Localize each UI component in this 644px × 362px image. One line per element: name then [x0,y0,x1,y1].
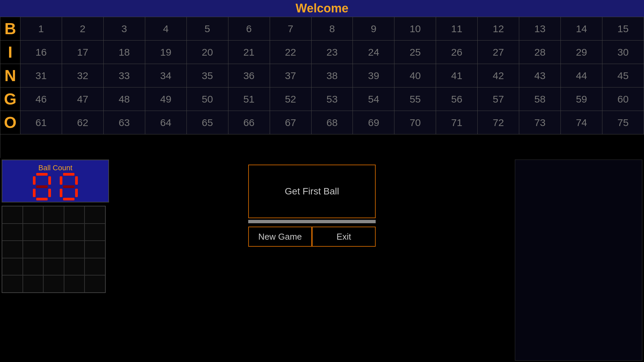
cell-20: 20 [187,41,228,64]
cell-6: 6 [228,17,270,41]
page-title: Welcome [296,1,348,15]
mini-cell [23,241,44,258]
cell-8: 8 [312,17,353,41]
cell-48: 48 [104,87,145,111]
cell-71: 71 [436,111,478,134]
cell-70: 70 [394,111,436,134]
mini-cell [85,206,105,224]
cell-14: 14 [561,17,602,41]
cell-65: 65 [187,111,228,134]
cell-23: 23 [312,41,353,64]
cell-66: 66 [228,111,270,134]
mini-cell [43,206,64,224]
cell-25: 25 [394,41,436,64]
cell-29: 29 [561,41,602,64]
cell-21: 21 [228,41,270,64]
mini-cell [43,275,64,293]
cell-67: 67 [270,111,312,134]
right-panel [515,160,642,361]
cell-36: 36 [228,64,270,87]
ball-count-label: Ball Count [7,164,103,172]
cell-15: 15 [602,17,644,41]
cell-75: 75 [602,111,644,134]
mini-cell [23,258,44,276]
letter-g: G [0,87,20,111]
exit-button[interactable]: Exit [312,227,376,247]
cell-2: 2 [62,17,104,41]
digit-2 [57,175,80,198]
cell-10: 10 [394,17,436,41]
new-game-button[interactable]: New Game [248,227,312,247]
cell-38: 38 [312,64,353,87]
cell-55: 55 [394,87,436,111]
cell-69: 69 [353,111,394,134]
cell-40: 40 [394,64,436,87]
mini-cell [23,206,44,224]
cell-24: 24 [353,41,394,64]
cell-72: 72 [478,111,519,134]
cell-43: 43 [519,64,561,87]
cell-4: 4 [145,17,187,41]
cell-22: 22 [270,41,312,64]
cell-45: 45 [602,64,644,87]
mini-cell [2,275,23,293]
cell-17: 17 [62,41,104,64]
cell-74: 74 [561,111,602,134]
letter-b: B [0,17,20,41]
cell-31: 31 [20,64,62,87]
letter-i: I [0,41,20,64]
mini-cell [85,258,105,276]
cell-64: 64 [145,111,187,134]
mini-cell [2,206,23,224]
mini-cell [64,224,85,241]
mini-bingo-card [2,206,106,293]
cell-42: 42 [478,64,519,87]
cell-26: 26 [436,41,478,64]
cell-34: 34 [145,64,187,87]
cell-3: 3 [104,17,145,41]
cell-73: 73 [519,111,561,134]
cell-58: 58 [519,87,561,111]
cell-44: 44 [561,64,602,87]
cell-9: 9 [353,17,394,41]
cell-51: 51 [228,87,270,111]
cell-12: 12 [478,17,519,41]
cell-11: 11 [436,17,478,41]
mini-cell [2,241,23,258]
cell-49: 49 [145,87,187,111]
cell-47: 47 [62,87,104,111]
left-panel: Ball Count [0,158,111,362]
mini-cell [85,224,105,241]
mini-cell [64,206,85,224]
cell-53: 53 [312,87,353,111]
cell-39: 39 [353,64,394,87]
cell-62: 62 [62,111,104,134]
digit-display [7,175,103,198]
cell-28: 28 [519,41,561,64]
cell-52: 52 [270,87,312,111]
cell-35: 35 [187,64,228,87]
action-buttons: New Game Exit [248,227,376,247]
mini-cell [23,275,44,293]
progress-bar [248,220,376,223]
get-first-ball-button[interactable]: Get First Ball [248,165,376,218]
mini-cell [64,258,85,276]
mini-cell [2,224,23,241]
mini-cell [64,275,85,293]
cell-61: 61 [20,111,62,134]
mini-cell [43,224,64,241]
bottom-section: Ball Count [0,158,644,362]
cell-7: 7 [270,17,312,41]
cell-54: 54 [353,87,394,111]
cell-68: 68 [312,111,353,134]
mini-cell [43,241,64,258]
mini-cell [64,241,85,258]
cell-60: 60 [602,87,644,111]
cell-13: 13 [519,17,561,41]
cell-63: 63 [104,111,145,134]
cell-59: 59 [561,87,602,111]
ball-count-display: Ball Count [2,160,109,202]
cell-1: 1 [20,17,62,41]
cell-37: 37 [270,64,312,87]
cell-33: 33 [104,64,145,87]
